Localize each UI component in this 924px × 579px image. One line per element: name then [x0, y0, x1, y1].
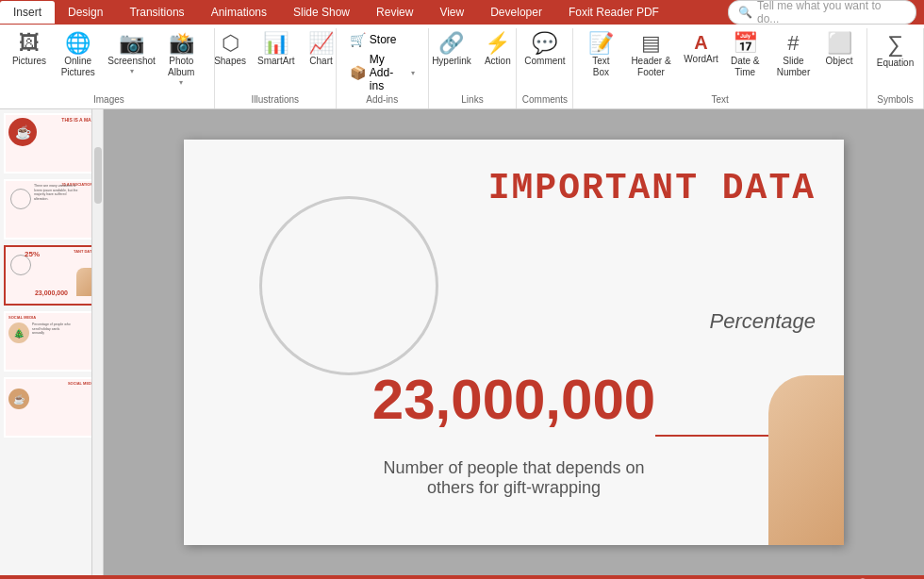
slide-decoration	[768, 375, 844, 545]
slide-desc-line2: others for gift-wrapping	[427, 478, 601, 497]
addins-stack: 🛒 Store 📦 My Add-ins ▾	[344, 30, 421, 94]
chart-button[interactable]: 📈 Chart	[302, 30, 341, 70]
slide-thumb-1[interactable]: 1 ☕ THIS IS A MAP	[4, 113, 99, 174]
ribbon-group-comments: 💬 Comment Comments	[517, 28, 573, 108]
slide-thumb-3[interactable]: 3 25% TANT DATA 23,000,000	[4, 245, 99, 306]
tab-foxit[interactable]: Foxit Reader PDF	[555, 1, 672, 24]
equation-button[interactable]: ∑ Equation	[872, 30, 918, 72]
store-label: Store	[370, 33, 397, 46]
tab-transitions[interactable]: Transitions	[116, 1, 197, 24]
images-group-items: 🖼 Pictures 🌐 Online Pictures 📷 Screensho…	[11, 30, 206, 94]
ribbon-group-addins: 🛒 Store 📦 My Add-ins ▾ Add-ins	[337, 28, 429, 108]
tab-design[interactable]: Design	[55, 1, 116, 24]
action-button[interactable]: ⚡ Action	[478, 30, 518, 70]
hyperlink-button[interactable]: 🔗 Hyperlink	[427, 30, 476, 70]
my-addins-button[interactable]: 📦 My Add-ins ▾	[344, 51, 421, 94]
text-box-button[interactable]: 📝 Text Box	[581, 30, 620, 81]
screenshot-icon: 📷	[119, 33, 144, 54]
tell-me-bar[interactable]: 🔍 Tell me what you want to do...	[728, 0, 916, 25]
tab-review[interactable]: Review	[363, 1, 426, 24]
chart-label: Chart	[309, 56, 332, 67]
comment-button[interactable]: 💬 Comment	[520, 30, 569, 70]
slide-percentage-label: Percentage	[709, 309, 816, 334]
scroll-thumb	[94, 147, 102, 204]
tab-animations[interactable]: Animations	[198, 1, 280, 24]
photo-album-icon: 📸	[169, 33, 194, 54]
screenshot-dropdown-arrow: ▾	[130, 67, 134, 75]
hyperlink-icon: 🔗	[438, 33, 464, 54]
store-button[interactable]: 🛒 Store	[344, 30, 421, 49]
online-pictures-label: Online Pictures	[54, 56, 102, 78]
photo-album-label: Photo Album	[161, 56, 202, 78]
smartart-icon: 📊	[263, 33, 289, 54]
my-addins-dropdown-arrow: ▾	[411, 69, 415, 77]
addins-group-label: Add-ins	[366, 94, 398, 107]
wordart-icon: A	[694, 33, 707, 52]
wordart-label: WordArt	[684, 54, 718, 65]
shapes-icon: ⬡	[222, 33, 239, 54]
tab-developer[interactable]: Developer	[477, 1, 555, 24]
slide-thumb-5[interactable]: 5 SOCIAL MEDIA ☕	[4, 377, 99, 438]
links-group-items: 🔗 Hyperlink ⚡ Action	[427, 30, 518, 94]
slide-number-button[interactable]: # Slide Number	[769, 30, 817, 81]
online-pictures-button[interactable]: 🌐 Online Pictures	[49, 30, 107, 81]
slide1-title: THIS IS A MAP	[61, 118, 94, 124]
photo-album-button[interactable]: 📸 Photo Album ▾	[157, 30, 206, 90]
slide-preview-5: SOCIAL MEDIA ☕	[6, 379, 97, 436]
slide-circle	[259, 196, 438, 375]
tab-view[interactable]: View	[426, 1, 477, 24]
slide4-text: Percentage of people who send holiday ca…	[32, 323, 71, 336]
text-group-items: 📝 Text Box ▤ Header & Footer A WordArt 📅…	[581, 30, 859, 94]
header-footer-icon: ▤	[641, 33, 661, 54]
pictures-icon: 🖼	[19, 33, 40, 54]
equation-label: Equation	[877, 58, 914, 69]
links-group-label: Links	[461, 94, 483, 107]
tab-insert[interactable]: Insert	[0, 1, 55, 24]
slide4-img: 🎄	[8, 323, 29, 343]
object-icon: ⬜	[827, 33, 852, 54]
search-icon: 🔍	[738, 6, 752, 19]
slide5-img: ☕	[8, 389, 29, 409]
slide2-text: There are many variations of lorem ipsum…	[34, 184, 78, 201]
date-time-button[interactable]: 📅 Date & Time	[723, 30, 767, 81]
pictures-button[interactable]: 🖼 Pictures	[11, 30, 47, 70]
illustrations-group-label: Illustrations	[252, 94, 300, 107]
action-icon: ⚡	[485, 33, 510, 54]
slide3-percent: 25%	[25, 250, 40, 258]
text-box-icon: 📝	[588, 33, 614, 54]
slide-thumb-2[interactable]: 2 35 ASSOCIATIONS There are many variati…	[4, 179, 99, 240]
object-button[interactable]: ⬜ Object	[819, 30, 859, 70]
wordart-button[interactable]: A WordArt	[682, 30, 721, 68]
slide-big-number: 23,000,000	[372, 367, 655, 432]
ribbon-group-symbols: ∑ Equation Symbols	[867, 28, 924, 108]
slide3-number: 23,000,000	[35, 290, 68, 296]
symbols-group-label: Symbols	[877, 94, 913, 107]
header-footer-button[interactable]: ▤ Header & Footer	[622, 30, 679, 81]
scroll-handle[interactable]	[91, 109, 103, 575]
action-label: Action	[485, 56, 511, 67]
tab-slideshow[interactable]: Slide Show	[280, 1, 363, 24]
comment-icon: 💬	[532, 33, 557, 54]
slide-panel: 1 ☕ THIS IS A MAP 2 35 ASSOCIATIONS Ther…	[0, 109, 104, 575]
slide-canvas: IMPORTANT DATA Percentage 23,000,000 Num…	[184, 140, 844, 545]
shapes-button[interactable]: ⬡ Shapes	[209, 30, 251, 70]
screenshot-button[interactable]: 📷 Screenshot ▾	[108, 30, 154, 78]
text-group-label: Text	[712, 94, 729, 107]
header-footer-label: Header & Footer	[627, 56, 674, 78]
slide-preview-3: 25% TANT DATA 23,000,000	[6, 247, 97, 304]
screenshot-label: Screenshot	[107, 56, 156, 67]
online-pictures-icon: 🌐	[65, 33, 91, 54]
smartart-button[interactable]: 📊 SmartArt	[253, 30, 299, 70]
comments-group-label: Comments	[522, 94, 568, 107]
slide4-title: SOCIAL MEDIA	[8, 315, 36, 320]
hyperlink-label: Hyperlink	[432, 56, 471, 67]
shapes-label: Shapes	[214, 56, 246, 67]
ribbon-group-text: 📝 Text Box ▤ Header & Footer A WordArt 📅…	[573, 28, 867, 108]
ribbon-tabs-container: Insert Design Transitions Animations Sli…	[0, 0, 924, 25]
slide-number-icon: #	[787, 33, 799, 54]
slide-thumb-4[interactable]: 4 SOCIAL MEDIA 🎄 Percentage of people wh…	[4, 311, 99, 372]
slide-preview-1: ☕ THIS IS A MAP	[6, 115, 97, 172]
main-area: 1 ☕ THIS IS A MAP 2 35 ASSOCIATIONS Ther…	[0, 109, 924, 575]
slide-number-label: Slide Number	[774, 56, 813, 78]
slide-title: IMPORTANT DATA	[488, 168, 816, 208]
